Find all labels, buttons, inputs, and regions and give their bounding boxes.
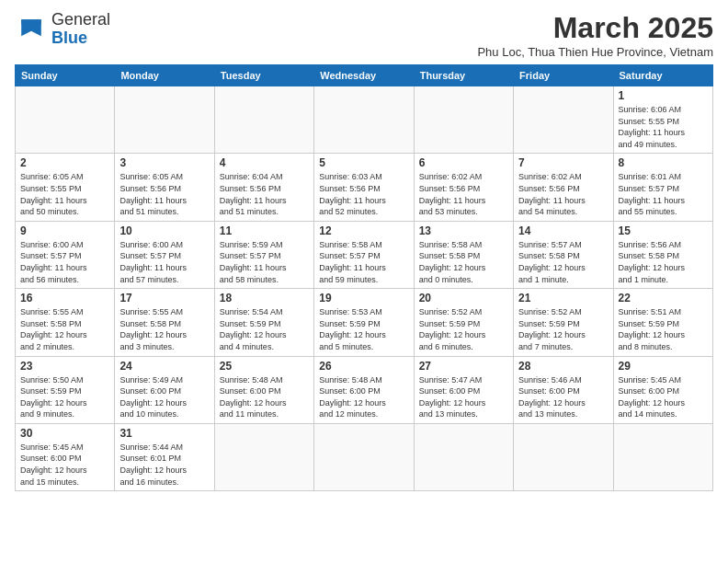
- calendar-cell: 20Sunrise: 5:52 AMSunset: 5:59 PMDayligh…: [414, 289, 513, 356]
- calendar-cell: 26Sunrise: 5:48 AMSunset: 6:00 PMDayligh…: [314, 356, 414, 423]
- day-info: Sunrise: 6:05 AMSunset: 5:55 PMDaylight:…: [20, 171, 109, 217]
- calendar-header-row: Sunday Monday Tuesday Wednesday Thursday…: [16, 65, 713, 86]
- day-number: 10: [119, 224, 209, 237]
- calendar-table: Sunday Monday Tuesday Wednesday Thursday…: [15, 64, 713, 491]
- calendar-cell: 13Sunrise: 5:58 AMSunset: 5:58 PMDayligh…: [414, 221, 513, 288]
- day-info: Sunrise: 5:47 AMSunset: 6:00 PMDaylight:…: [419, 374, 508, 420]
- day-info: Sunrise: 5:52 AMSunset: 5:59 PMDaylight:…: [419, 306, 508, 352]
- calendar-cell: [514, 423, 613, 490]
- calendar-week-row: 30Sunrise: 5:45 AMSunset: 6:00 PMDayligh…: [16, 423, 713, 490]
- calendar-cell: 10Sunrise: 6:00 AMSunset: 5:57 PMDayligh…: [115, 221, 214, 288]
- day-number: 6: [419, 156, 508, 169]
- calendar-cell: [414, 86, 513, 154]
- day-info: Sunrise: 5:53 AMSunset: 5:59 PMDaylight:…: [319, 306, 408, 352]
- calendar-cell: 11Sunrise: 5:59 AMSunset: 5:57 PMDayligh…: [214, 221, 313, 288]
- day-info: Sunrise: 5:50 AMSunset: 5:59 PMDaylight:…: [20, 374, 109, 420]
- day-info: Sunrise: 6:04 AMSunset: 5:56 PMDaylight:…: [220, 171, 309, 217]
- col-friday: Friday: [514, 65, 613, 86]
- calendar-cell: 8Sunrise: 6:01 AMSunset: 5:57 PMDaylight…: [613, 154, 712, 221]
- day-number: 31: [119, 427, 209, 440]
- calendar-cell: [314, 86, 414, 154]
- day-info: Sunrise: 5:45 AMSunset: 6:00 PMDaylight:…: [619, 374, 708, 420]
- day-number: 11: [220, 224, 309, 237]
- day-info: Sunrise: 6:06 AMSunset: 5:55 PMDaylight:…: [619, 104, 708, 150]
- day-number: 1: [619, 89, 708, 102]
- calendar-cell: 17Sunrise: 5:55 AMSunset: 5:58 PMDayligh…: [115, 289, 214, 356]
- calendar-week-row: 1Sunrise: 6:06 AMSunset: 5:55 PMDaylight…: [16, 86, 713, 154]
- calendar-cell: 6Sunrise: 6:02 AMSunset: 5:56 PMDaylight…: [414, 154, 513, 221]
- calendar-week-row: 16Sunrise: 5:55 AMSunset: 5:58 PMDayligh…: [16, 289, 713, 356]
- day-number: 9: [20, 224, 109, 237]
- day-number: 5: [319, 156, 408, 169]
- calendar-cell: 28Sunrise: 5:46 AMSunset: 6:00 PMDayligh…: [514, 356, 613, 423]
- day-number: 18: [220, 292, 309, 304]
- day-info: Sunrise: 6:02 AMSunset: 5:56 PMDaylight:…: [419, 171, 508, 217]
- day-info: Sunrise: 5:51 AMSunset: 5:59 PMDaylight:…: [619, 306, 708, 352]
- day-number: 17: [119, 292, 209, 304]
- day-info: Sunrise: 5:58 AMSunset: 5:58 PMDaylight:…: [419, 239, 508, 285]
- day-number: 25: [220, 360, 309, 373]
- calendar-cell: 31Sunrise: 5:44 AMSunset: 6:01 PMDayligh…: [115, 423, 214, 490]
- day-info: Sunrise: 6:01 AMSunset: 5:57 PMDaylight:…: [619, 171, 708, 217]
- calendar-cell: [514, 86, 613, 154]
- col-thursday: Thursday: [414, 65, 513, 86]
- calendar-cell: 3Sunrise: 6:05 AMSunset: 5:56 PMDaylight…: [115, 154, 214, 221]
- logo: GeneralBlue: [15, 11, 110, 48]
- calendar-cell: 5Sunrise: 6:03 AMSunset: 5:56 PMDaylight…: [314, 154, 414, 221]
- calendar-cell: 22Sunrise: 5:51 AMSunset: 5:59 PMDayligh…: [613, 289, 712, 356]
- calendar-cell: 27Sunrise: 5:47 AMSunset: 6:00 PMDayligh…: [414, 356, 513, 423]
- day-info: Sunrise: 5:56 AMSunset: 5:58 PMDaylight:…: [619, 239, 708, 285]
- day-number: 27: [419, 360, 508, 373]
- day-number: 2: [20, 156, 109, 169]
- calendar-week-row: 9Sunrise: 6:00 AMSunset: 5:57 PMDaylight…: [16, 221, 713, 288]
- day-number: 30: [20, 427, 109, 440]
- day-info: Sunrise: 5:46 AMSunset: 6:00 PMDaylight:…: [518, 374, 608, 420]
- day-number: 12: [319, 224, 408, 237]
- day-number: 20: [419, 292, 508, 304]
- calendar-cell: 23Sunrise: 5:50 AMSunset: 5:59 PMDayligh…: [16, 356, 115, 423]
- day-info: Sunrise: 5:49 AMSunset: 6:00 PMDaylight:…: [119, 374, 209, 420]
- day-info: Sunrise: 5:59 AMSunset: 5:57 PMDaylight:…: [220, 239, 309, 285]
- calendar-cell: 21Sunrise: 5:52 AMSunset: 5:59 PMDayligh…: [514, 289, 613, 356]
- day-number: 3: [119, 156, 209, 169]
- day-number: 24: [119, 360, 209, 373]
- day-info: Sunrise: 5:54 AMSunset: 5:59 PMDaylight:…: [220, 306, 309, 352]
- title-block: March 2025 Phu Loc, Thua Thien Hue Provi…: [477, 11, 713, 59]
- day-info: Sunrise: 5:52 AMSunset: 5:59 PMDaylight:…: [518, 306, 608, 352]
- day-info: Sunrise: 6:00 AMSunset: 5:57 PMDaylight:…: [20, 239, 109, 285]
- calendar-cell: 19Sunrise: 5:53 AMSunset: 5:59 PMDayligh…: [314, 289, 414, 356]
- day-info: Sunrise: 6:05 AMSunset: 5:56 PMDaylight:…: [119, 171, 209, 217]
- day-info: Sunrise: 5:57 AMSunset: 5:58 PMDaylight:…: [518, 239, 608, 285]
- svg-marker-2: [21, 19, 41, 24]
- calendar-cell: [613, 423, 712, 490]
- day-info: Sunrise: 6:02 AMSunset: 5:56 PMDaylight:…: [518, 171, 608, 217]
- col-tuesday: Tuesday: [214, 65, 313, 86]
- calendar-cell: [414, 423, 513, 490]
- generalblue-logo-icon: [15, 13, 48, 46]
- calendar-cell: 14Sunrise: 5:57 AMSunset: 5:58 PMDayligh…: [514, 221, 613, 288]
- calendar-cell: 25Sunrise: 5:48 AMSunset: 6:00 PMDayligh…: [214, 356, 313, 423]
- calendar-cell: [214, 86, 313, 154]
- calendar-week-row: 2Sunrise: 6:05 AMSunset: 5:55 PMDaylight…: [16, 154, 713, 221]
- day-info: Sunrise: 5:44 AMSunset: 6:01 PMDaylight:…: [119, 442, 209, 488]
- location-title: Phu Loc, Thua Thien Hue Province, Vietna…: [477, 45, 713, 59]
- day-number: 15: [619, 224, 708, 237]
- col-wednesday: Wednesday: [314, 65, 414, 86]
- calendar-cell: 29Sunrise: 5:45 AMSunset: 6:00 PMDayligh…: [613, 356, 712, 423]
- calendar-cell: [314, 423, 414, 490]
- day-number: 23: [20, 360, 109, 373]
- day-info: Sunrise: 5:45 AMSunset: 6:00 PMDaylight:…: [20, 442, 109, 488]
- day-info: Sunrise: 6:03 AMSunset: 5:56 PMDaylight:…: [319, 171, 408, 217]
- day-number: 19: [319, 292, 408, 304]
- col-monday: Monday: [115, 65, 214, 86]
- calendar-cell: 4Sunrise: 6:04 AMSunset: 5:56 PMDaylight…: [214, 154, 313, 221]
- day-info: Sunrise: 5:55 AMSunset: 5:58 PMDaylight:…: [119, 306, 209, 352]
- day-number: 22: [619, 292, 708, 304]
- calendar-cell: [115, 86, 214, 154]
- day-number: 14: [518, 224, 608, 237]
- day-info: Sunrise: 5:48 AMSunset: 6:00 PMDaylight:…: [220, 374, 309, 420]
- day-number: 13: [419, 224, 508, 237]
- day-number: 8: [619, 156, 708, 169]
- day-number: 28: [518, 360, 608, 373]
- calendar-cell: 9Sunrise: 6:00 AMSunset: 5:57 PMDaylight…: [16, 221, 115, 288]
